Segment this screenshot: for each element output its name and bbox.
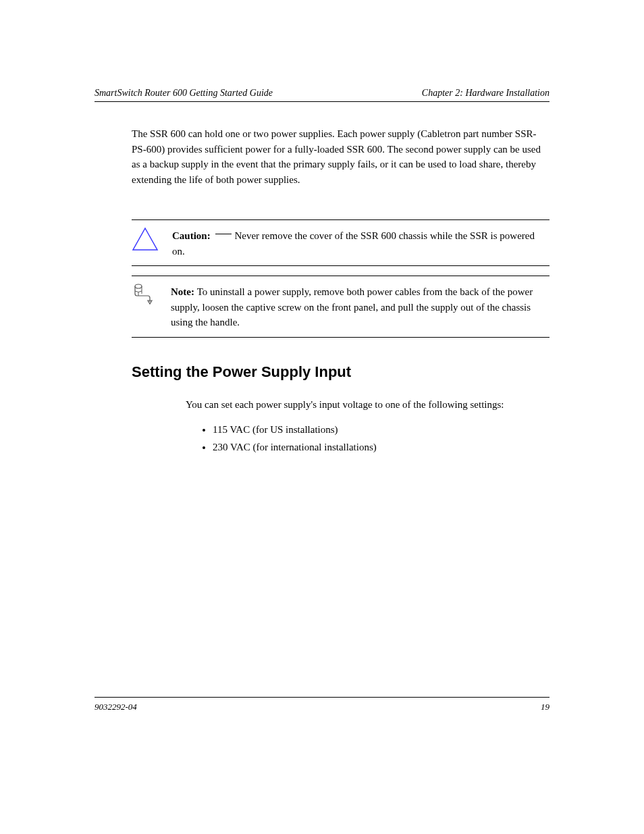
- bullet-list: 115 VAC (for US installations) 230 VAC (…: [213, 421, 549, 456]
- footer-rule: [95, 697, 549, 698]
- section-body: You can set each power supply's input vo…: [186, 397, 549, 413]
- header-right: Chapter 2: Hardware Installation: [422, 88, 549, 99]
- caution-label: Caution:: [172, 230, 213, 241]
- list-item: 230 VAC (for international installations…: [213, 439, 549, 457]
- caution-text: Caution: Never remove the cover of the S…: [172, 227, 549, 259]
- section-heading: Setting the Power Supply Input: [132, 363, 549, 381]
- page-footer: 9032292-04 19: [95, 697, 549, 712]
- callout-rule: [132, 265, 549, 266]
- callout-rule: [132, 219, 549, 220]
- header-left: SmartSwitch Router 600 Getting Started G…: [95, 88, 273, 99]
- note-label: Note:: [171, 286, 197, 297]
- caution-triangle-icon: [132, 227, 159, 251]
- footer-page-number: 19: [541, 702, 549, 712]
- intro-paragraph: The SSR 600 can hold one or two power su…: [132, 126, 549, 187]
- callout-rule: [132, 276, 549, 276]
- caution-callout: Caution: Never remove the cover of the S…: [132, 219, 549, 266]
- footer-doc-number: 9032292-04: [95, 702, 137, 712]
- note-text: Note: To uninstall a power supply, remov…: [171, 283, 549, 330]
- emdash-icon: [215, 234, 232, 234]
- header-rule: [95, 101, 549, 102]
- note-body: To uninstall a power supply, remove both…: [171, 286, 533, 328]
- list-item: 115 VAC (for US installations): [213, 421, 549, 439]
- callout-rule: [132, 337, 549, 338]
- svg-point-1: [135, 284, 142, 288]
- svg-marker-0: [133, 228, 157, 250]
- note-callout: Note: To uninstall a power supply, remov…: [132, 276, 549, 338]
- pencil-note-icon: [132, 283, 157, 307]
